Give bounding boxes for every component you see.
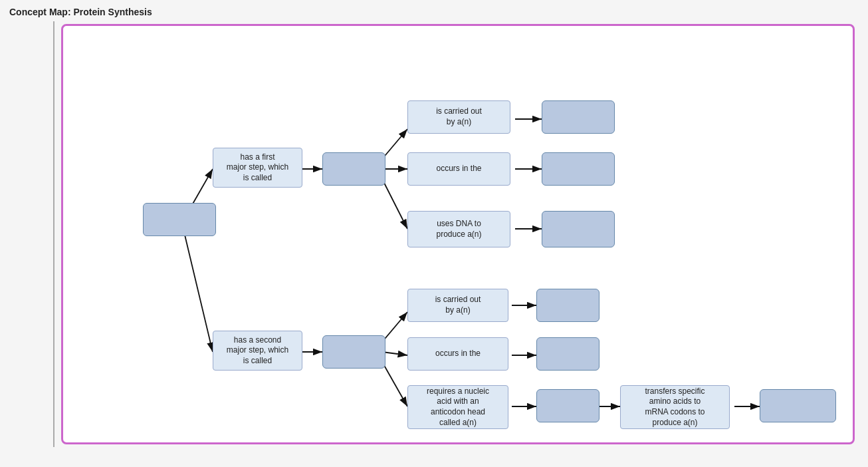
svg-line-11 — [382, 312, 407, 342]
s2-requires-label: requires a nucleic acid with an anticodo… — [407, 385, 508, 429]
s1-carried-out-label: is carried out by a(n) — [407, 100, 510, 134]
page-title: Concept Map: Protein Synthesis — [0, 0, 868, 21]
svg-line-6 — [382, 179, 407, 229]
s2-carried-out-label: is carried out by a(n) — [407, 289, 508, 322]
root-node[interactable] — [143, 203, 216, 236]
concept-map: has a first major step, which is called … — [61, 24, 855, 444]
svg-line-13 — [382, 362, 407, 406]
has-second-label: has a second major step, which is called — [213, 331, 302, 371]
svg-line-4 — [382, 129, 407, 159]
step1-node[interactable] — [322, 152, 385, 186]
svg-line-12 — [382, 352, 407, 355]
step2-node[interactable] — [322, 335, 385, 369]
s2-occurs-answer[interactable] — [536, 337, 599, 371]
s1-occurs-label: occurs in the — [407, 152, 510, 186]
transfers-label: transfers specific amino acids to mRNA c… — [620, 385, 730, 429]
svg-line-2 — [184, 232, 213, 352]
transfers-answer[interactable] — [760, 389, 836, 422]
s2-requires-answer[interactable] — [536, 389, 599, 422]
s1-carried-out-answer[interactable] — [542, 100, 615, 134]
s2-occurs-label: occurs in the — [407, 337, 508, 371]
s1-uses-dna-answer[interactable] — [542, 211, 615, 247]
left-sidebar — [7, 21, 54, 447]
s1-uses-dna-label: uses DNA to produce a(n) — [407, 211, 510, 247]
s1-occurs-answer[interactable] — [542, 152, 615, 186]
has-first-label: has a first major step, which is called — [213, 148, 302, 188]
s2-carried-out-answer[interactable] — [536, 289, 599, 322]
